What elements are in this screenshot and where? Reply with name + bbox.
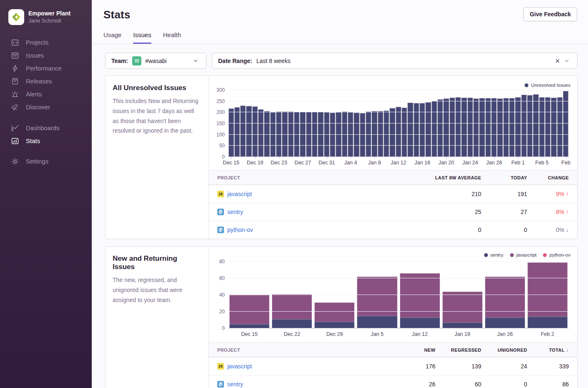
main-area: Stats Give Feedback Usage Issues Health … [92,0,588,388]
settings-icon [11,157,19,166]
stack-segment-javascript [357,277,397,316]
stack-segment-javascript [528,262,568,317]
new-returning-chart: sentryjavascriptpython-ov 020406080 Dec … [209,247,577,339]
legend-item-javascript[interactable]: javascript [510,252,537,257]
table-cell-value: 25 [419,209,481,215]
column-header-total[interactable]: TOTAL↓ [527,347,569,353]
chart-bar [521,95,527,157]
team-select-label: Team: [111,58,128,64]
chart-bar [407,103,413,157]
stack-segment-sentry [357,316,397,328]
chart-bar [527,95,533,157]
project-link-sentry[interactable]: sentry [227,209,243,215]
project-link-javascript[interactable]: javascript [227,191,252,197]
sidebar-item-stats[interactable]: Stats [0,134,92,147]
javascript-icon: JS [217,191,224,197]
projects-icon [11,38,19,47]
project-link-python-ov[interactable]: python-ov [227,227,253,233]
stacked-bar-feb-2 [528,262,568,328]
sort-descending-icon: ↓ [566,347,569,353]
chart-bar [437,99,443,157]
chart-bar [533,94,538,157]
x-axis-tick: Feb 5 [535,160,549,166]
table-cell-value: 0 [481,227,527,233]
chart-bar [515,97,520,157]
sidebar-item-alerts[interactable]: Alerts [0,88,92,101]
panel-description: This includes New and Returning issues i… [113,96,201,136]
column-header-regressed: REGRESSED [435,348,481,353]
legend-dot [484,253,488,257]
chart-bar [420,103,425,157]
change-value: 0% ↓ [527,227,569,233]
sidebar-item-issues[interactable]: Issues [0,49,92,62]
nav-primary: ProjectsIssuesPerformanceReleasesAlertsD… [0,36,92,113]
org-name: Empower Plant [28,10,70,18]
content: Team: W #wasabi Date Range: Last 8 weeks [92,44,588,388]
change-value: 8% ↑ [527,209,569,215]
sidebar-item-settings[interactable]: Settings [0,155,92,168]
x-axis-tick: Dec 15 [228,328,271,339]
org-switcher[interactable]: Empower Plant Jane Schmidt [0,9,92,25]
y-axis-tick: 0 [222,154,225,160]
project-link-javascript[interactable]: javascript [227,363,252,370]
table-cell-value: 86 [527,381,569,388]
nav-secondary: DashboardsStats [0,121,92,147]
y-axis-tick: 60 [219,275,225,281]
stacked-bar-jan-26 [485,277,525,328]
legend-dot [510,253,514,257]
x-axis-tick: Feb 1 [511,160,525,166]
chart-bar [467,98,473,157]
panel-new-returning-issues: New and Returning Issues The new, regres… [105,246,578,388]
x-axis-tick: Dec 31 [319,160,335,166]
app-root: Empower Plant Jane Schmidt ProjectsIssue… [0,0,588,388]
y-axis-tick: 150 [216,121,225,126]
tab-usage[interactable]: Usage [103,31,121,44]
unresolved-issues-table: PROJECTLAST 8W AVERAGETODAYCHANGEJSjavas… [209,170,577,239]
legend-item-unresolved-issues[interactable]: Unresolved Issues [525,83,570,88]
project-link-sentry[interactable]: sentry [227,381,243,388]
dashboards-icon [11,124,19,132]
chart-bar [402,108,407,157]
sidebar-item-label: Releases [26,78,52,85]
tab-health[interactable]: Health [163,31,181,44]
sidebar-item-projects[interactable]: Projects [0,36,92,49]
unresolved-issues-chart: Unresolved Issues 050100150200250300 Dec… [209,76,577,167]
table-cell-value: 60 [435,381,481,388]
chart-bar [414,103,419,157]
x-axis-tick: Jan 12 [399,328,441,339]
stacked-bar-chart-plot [228,262,569,328]
page-header: Stats Give Feedback Usage Issues Health [92,0,588,44]
sidebar-item-discover[interactable]: Discover [0,101,92,113]
y-axis-tick: 100 [216,132,225,138]
date-range-select[interactable]: Date Range: Last 8 weeks [212,53,578,69]
chart-bar [461,98,467,157]
sidebar-item-label: Stats [26,137,40,144]
give-feedback-button[interactable]: Give Feedback [523,7,577,21]
chart-bar [229,108,234,157]
table-row: sentry2660086 [209,375,577,388]
stack-segment-javascript [442,292,482,322]
table-header-row: PROJECTLAST 8W AVERAGETODAYCHANGE [209,170,577,185]
stack-segment-sentry [485,317,525,328]
chart-bar [450,98,455,157]
tab-issues[interactable]: Issues [133,31,151,44]
chart-bar [509,98,515,157]
y-axis-tick: 200 [216,109,225,115]
sidebar-item-dashboards[interactable]: Dashboards [0,121,92,134]
x-axis-tick: Dec 27 [294,160,311,166]
x-axis-tick: Jan 26 [484,328,526,339]
table-cell-value: 210 [419,191,481,197]
column-header-last-8w-average: LAST 8W AVERAGE [419,175,481,180]
clear-filter-icon[interactable] [553,56,562,66]
chart-bar [443,98,449,157]
org-user-name: Jane Schmidt [28,18,70,24]
legend-item-python-ov[interactable]: python-ov [543,252,570,257]
legend-item-sentry[interactable]: sentry [484,252,503,257]
chart-bar [384,111,389,157]
chevron-down-icon [562,56,571,66]
sidebar-item-releases[interactable]: Releases [0,75,92,88]
table-header-row: PROJECTNEWREGRESSEDUNIGNOREDTOTAL↓ [209,343,577,357]
stacked-bar-jan-5 [357,277,397,328]
team-select[interactable]: Team: W #wasabi [105,53,206,69]
sidebar-item-performance[interactable]: Performance [0,62,92,75]
